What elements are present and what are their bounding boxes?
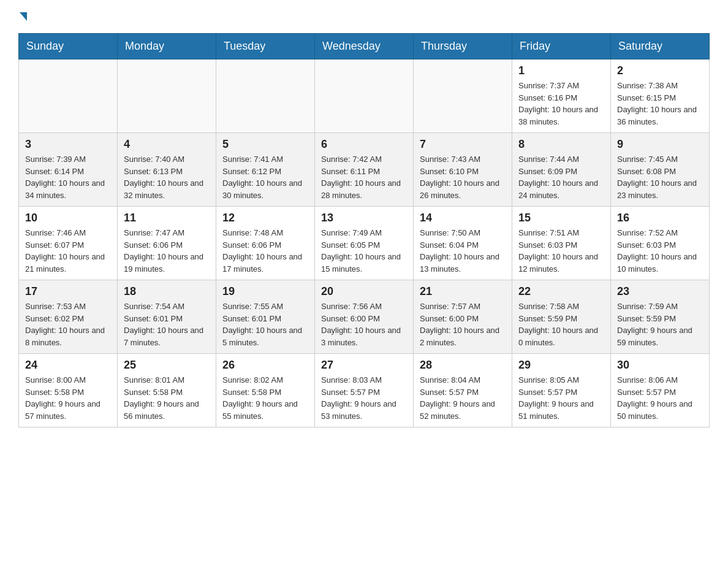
day-number: 8 [518,138,604,151]
day-number: 27 [321,359,407,372]
calendar-cell: 14Sunrise: 7:50 AMSunset: 6:04 PMDayligh… [414,207,512,280]
calendar-cell: 16Sunrise: 7:52 AMSunset: 6:03 PMDayligh… [611,207,710,280]
day-number: 20 [321,285,407,298]
day-number: 25 [124,359,210,372]
day-info: Sunrise: 8:05 AMSunset: 5:57 PMDaylight:… [518,374,604,422]
day-header-monday: Monday [118,34,216,59]
day-number: 28 [420,359,506,372]
calendar-cell [414,59,512,133]
calendar-cell: 22Sunrise: 7:58 AMSunset: 5:59 PMDayligh… [512,280,611,354]
calendar-cell: 24Sunrise: 8:00 AMSunset: 5:58 PMDayligh… [19,354,118,427]
day-number: 4 [124,138,210,151]
calendar-cell: 20Sunrise: 7:56 AMSunset: 6:00 PMDayligh… [315,280,414,354]
calendar-week-row: 17Sunrise: 7:53 AMSunset: 6:02 PMDayligh… [19,280,710,354]
calendar-cell: 2Sunrise: 7:38 AMSunset: 6:15 PMDaylight… [611,59,710,133]
calendar-cell: 7Sunrise: 7:43 AMSunset: 6:10 PMDaylight… [414,133,512,207]
day-number: 11 [124,212,210,224]
day-info: Sunrise: 7:56 AMSunset: 6:00 PMDaylight:… [321,301,407,348]
calendar-cell [19,59,118,133]
day-number: 6 [321,138,407,151]
day-info: Sunrise: 8:04 AMSunset: 5:57 PMDaylight:… [420,374,506,422]
day-number: 23 [617,285,703,298]
day-header-sunday: Sunday [19,34,118,59]
calendar-cell: 5Sunrise: 7:41 AMSunset: 6:12 PMDaylight… [216,133,315,207]
day-info: Sunrise: 8:03 AMSunset: 5:57 PMDaylight:… [321,374,407,422]
logo-triangle-icon [20,12,27,21]
day-info: Sunrise: 7:37 AMSunset: 6:16 PMDaylight:… [518,80,604,128]
calendar-cell [118,59,216,133]
day-number: 30 [617,359,703,372]
page-header [18,12,710,21]
day-info: Sunrise: 7:38 AMSunset: 6:15 PMDaylight:… [617,80,703,128]
day-info: Sunrise: 7:58 AMSunset: 5:59 PMDaylight:… [518,301,604,348]
calendar-cell: 27Sunrise: 8:03 AMSunset: 5:57 PMDayligh… [315,354,414,427]
calendar-cell: 3Sunrise: 7:39 AMSunset: 6:14 PMDaylight… [19,133,118,207]
calendar-week-row: 1Sunrise: 7:37 AMSunset: 6:16 PMDaylight… [19,59,710,133]
calendar-cell: 12Sunrise: 7:48 AMSunset: 6:06 PMDayligh… [216,207,315,280]
day-number: 19 [222,285,308,298]
day-info: Sunrise: 7:46 AMSunset: 6:07 PMDaylight:… [25,227,111,275]
calendar-cell: 19Sunrise: 7:55 AMSunset: 6:01 PMDayligh… [216,280,315,354]
calendar-cell: 15Sunrise: 7:51 AMSunset: 6:03 PMDayligh… [512,207,611,280]
day-number: 16 [617,212,703,224]
day-number: 13 [321,212,407,224]
day-number: 18 [124,285,210,298]
day-header-thursday: Thursday [414,34,512,59]
day-number: 5 [222,138,308,151]
calendar-cell: 4Sunrise: 7:40 AMSunset: 6:13 PMDaylight… [118,133,216,207]
day-number: 10 [25,212,111,224]
calendar-week-row: 10Sunrise: 7:46 AMSunset: 6:07 PMDayligh… [19,207,710,280]
day-info: Sunrise: 7:49 AMSunset: 6:05 PMDaylight:… [321,227,407,275]
calendar-header-row: SundayMondayTuesdayWednesdayThursdayFrid… [19,34,710,59]
calendar-cell: 26Sunrise: 8:02 AMSunset: 5:58 PMDayligh… [216,354,315,427]
day-number: 9 [617,138,703,151]
day-info: Sunrise: 7:48 AMSunset: 6:06 PMDaylight:… [222,227,308,275]
day-header-friday: Friday [512,34,611,59]
day-info: Sunrise: 7:39 AMSunset: 6:14 PMDaylight:… [25,153,111,201]
day-info: Sunrise: 7:53 AMSunset: 6:02 PMDaylight:… [25,301,111,348]
day-number: 24 [25,359,111,372]
day-info: Sunrise: 7:40 AMSunset: 6:13 PMDaylight:… [124,153,210,201]
calendar-cell: 10Sunrise: 7:46 AMSunset: 6:07 PMDayligh… [19,207,118,280]
day-number: 26 [222,359,308,372]
calendar-cell [315,59,414,133]
calendar-cell [216,59,315,133]
calendar-cell: 8Sunrise: 7:44 AMSunset: 6:09 PMDaylight… [512,133,611,207]
day-info: Sunrise: 7:57 AMSunset: 6:00 PMDaylight:… [420,301,506,348]
day-info: Sunrise: 7:47 AMSunset: 6:06 PMDaylight:… [124,227,210,275]
day-info: Sunrise: 7:50 AMSunset: 6:04 PMDaylight:… [420,227,506,275]
day-number: 7 [420,138,506,151]
calendar-table: SundayMondayTuesdayWednesdayThursdayFrid… [18,33,710,427]
day-info: Sunrise: 7:41 AMSunset: 6:12 PMDaylight:… [222,153,308,201]
day-info: Sunrise: 7:55 AMSunset: 6:01 PMDaylight:… [222,301,308,348]
logo [18,12,28,21]
calendar-cell: 17Sunrise: 7:53 AMSunset: 6:02 PMDayligh… [19,280,118,354]
day-info: Sunrise: 7:44 AMSunset: 6:09 PMDaylight:… [518,153,604,201]
calendar-cell: 9Sunrise: 7:45 AMSunset: 6:08 PMDaylight… [611,133,710,207]
calendar-week-row: 24Sunrise: 8:00 AMSunset: 5:58 PMDayligh… [19,354,710,427]
calendar-cell: 21Sunrise: 7:57 AMSunset: 6:00 PMDayligh… [414,280,512,354]
day-header-saturday: Saturday [611,34,710,59]
day-number: 15 [518,212,604,224]
calendar-week-row: 3Sunrise: 7:39 AMSunset: 6:14 PMDaylight… [19,133,710,207]
day-number: 12 [222,212,308,224]
day-info: Sunrise: 7:45 AMSunset: 6:08 PMDaylight:… [617,153,703,201]
calendar-cell: 30Sunrise: 8:06 AMSunset: 5:57 PMDayligh… [611,354,710,427]
calendar-cell: 25Sunrise: 8:01 AMSunset: 5:58 PMDayligh… [118,354,216,427]
day-number: 22 [518,285,604,298]
day-number: 29 [518,359,604,372]
calendar-cell: 1Sunrise: 7:37 AMSunset: 6:16 PMDaylight… [512,59,611,133]
day-info: Sunrise: 8:06 AMSunset: 5:57 PMDaylight:… [617,374,703,422]
day-info: Sunrise: 7:51 AMSunset: 6:03 PMDaylight:… [518,227,604,275]
calendar-cell: 23Sunrise: 7:59 AMSunset: 5:59 PMDayligh… [611,280,710,354]
day-number: 3 [25,138,111,151]
day-header-tuesday: Tuesday [216,34,315,59]
day-info: Sunrise: 7:59 AMSunset: 5:59 PMDaylight:… [617,301,703,348]
day-info: Sunrise: 8:00 AMSunset: 5:58 PMDaylight:… [25,374,111,422]
day-number: 14 [420,212,506,224]
day-info: Sunrise: 7:43 AMSunset: 6:10 PMDaylight:… [420,153,506,201]
day-info: Sunrise: 8:02 AMSunset: 5:58 PMDaylight:… [222,374,308,422]
calendar-cell: 13Sunrise: 7:49 AMSunset: 6:05 PMDayligh… [315,207,414,280]
day-number: 1 [518,64,604,77]
day-info: Sunrise: 7:52 AMSunset: 6:03 PMDaylight:… [617,227,703,275]
